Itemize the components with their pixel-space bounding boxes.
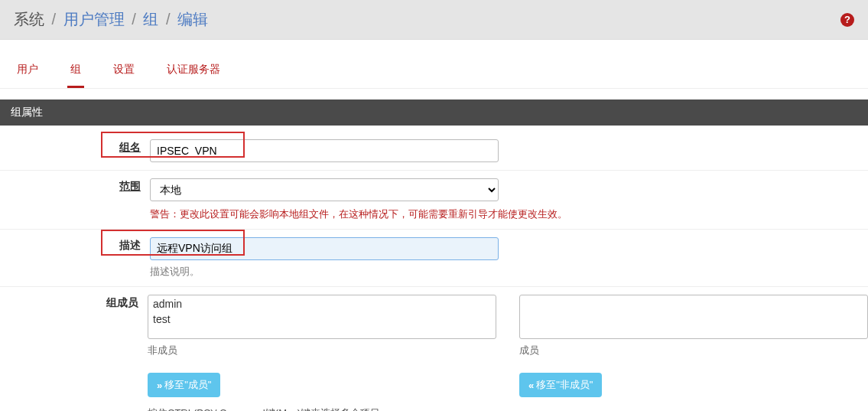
list-item[interactable]: test: [151, 312, 493, 328]
row-members: 组成员 admin test 非成员 成员: [0, 287, 868, 365]
breadcrumb-edit[interactable]: 编辑: [177, 11, 208, 28]
breadcrumb: 系统 / 用户管理 / 组 / 编辑: [14, 9, 208, 30]
breadcrumb-sep: /: [166, 11, 171, 28]
description-input[interactable]: [150, 237, 499, 260]
chevron-right-icon: »: [157, 380, 160, 391]
row-scope: 范围 本地 警告：更改此设置可能会影响本地组文件，在这种情况下，可能需要重新引导…: [0, 171, 868, 230]
scope-select[interactable]: 本地: [150, 178, 499, 201]
move-to-members-button[interactable]: » 移至"成员": [148, 373, 220, 397]
breadcrumb-sep: /: [52, 11, 57, 28]
form-area: 组名 范围 本地 警告：更改此设置可能会影响本地组文件，在这种情况下，可能需要重…: [0, 126, 868, 411]
scope-warning: 警告：更改此设置可能会影响本地组文件，在这种情况下，可能需要重新引导才能使更改生…: [150, 207, 868, 221]
panel-title: 组属性: [0, 99, 868, 126]
label-group-name: 组名: [119, 141, 141, 153]
group-name-input[interactable]: [150, 139, 499, 162]
label-description: 描述: [119, 239, 141, 251]
breadcrumb-sep: /: [132, 11, 136, 28]
members-listbox[interactable]: [519, 295, 868, 339]
breadcrumb-group[interactable]: 组: [143, 11, 158, 28]
breadcrumb-user-management[interactable]: 用户管理: [63, 11, 125, 28]
row-move-buttons: » 移至"成员" 按住CTRL(PC)/ Command键(Mac)键来选择多个…: [0, 365, 868, 411]
breadcrumb-system: 系统: [14, 11, 44, 28]
list-item[interactable]: admin: [151, 297, 493, 312]
tab-auth-servers[interactable]: 认证服务器: [164, 57, 223, 88]
tab-settings[interactable]: 设置: [110, 57, 138, 88]
move-to-nonmembers-label: 移至"非成员": [536, 378, 593, 392]
tab-groups[interactable]: 组: [67, 57, 84, 88]
tab-row: 用户 组 设置 认证服务器: [0, 40, 868, 89]
tab-users[interactable]: 用户: [14, 57, 41, 88]
help-icon[interactable]: ?: [840, 13, 854, 27]
label-scope: 范围: [119, 180, 141, 192]
description-help: 描述说明。: [150, 265, 868, 279]
non-members-column: admin test 非成员: [148, 295, 496, 357]
row-group-name: 组名: [0, 132, 868, 171]
members-column: 成员: [519, 295, 868, 357]
move-to-members-label: 移至"成员": [164, 378, 211, 392]
chevron-left-icon: «: [528, 380, 532, 391]
non-members-label: 非成员: [148, 344, 496, 357]
multi-select-hint: 按住CTRL(PC)/ Command键(Mac)键来选择多个项目 。: [148, 406, 496, 411]
label-members: 组成员: [106, 296, 138, 308]
breadcrumb-bar: 系统 / 用户管理 / 组 / 编辑 ?: [0, 0, 868, 40]
members-label: 成员: [519, 344, 868, 357]
row-description: 描述 描述说明。: [0, 230, 868, 287]
non-members-listbox[interactable]: admin test: [148, 295, 496, 339]
move-to-nonmembers-button[interactable]: « 移至"非成员": [519, 373, 602, 397]
